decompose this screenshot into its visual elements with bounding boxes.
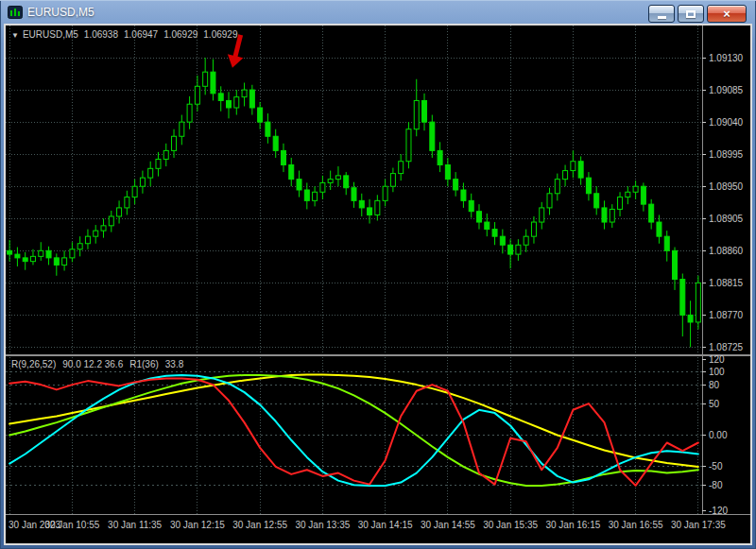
price-axis[interactable] xyxy=(702,26,750,515)
indicator-name-2: R1(36) xyxy=(129,359,159,369)
chart-area[interactable]: 1.091301.090851.090401.089951.089501.089… xyxy=(4,24,752,545)
mt4-chart-window: EURUSD,M5 × 1.091301.090851.090401.08995… xyxy=(0,0,756,549)
restore-icon xyxy=(686,10,696,18)
quote-high: 1.06947 xyxy=(124,29,158,40)
pane-resize-divider[interactable] xyxy=(6,352,750,359)
close-button[interactable]: × xyxy=(707,5,747,23)
indicator-value-2: 33.8 xyxy=(165,359,183,369)
quote-symbol: EURUSD,M5 xyxy=(23,29,78,40)
indicator-name: R(9,26,52) xyxy=(11,359,56,369)
title-bar[interactable]: EURUSD,M5 × xyxy=(0,0,756,24)
window-title: EURUSD,M5 xyxy=(27,6,94,19)
restore-button[interactable] xyxy=(678,5,704,23)
chart-window-icon xyxy=(8,6,23,19)
caption-buttons: × xyxy=(648,5,747,23)
minimize-icon xyxy=(658,16,666,19)
quote-open: 1.06938 xyxy=(84,29,118,40)
quote-low: 1.06929 xyxy=(163,29,198,40)
close-icon: × xyxy=(723,8,730,20)
quote-overlay: ▼EURUSD,M51.069381.069471.069291.06929 xyxy=(11,29,243,40)
time-axis[interactable] xyxy=(6,515,750,543)
quote-close: 1.06929 xyxy=(203,29,237,40)
price-chart-canvas[interactable]: 1.091301.090851.090401.089951.089501.089… xyxy=(6,26,750,543)
indicator-label: R(9,26,52)90.0 12.2 36.6R1(36)33.8 xyxy=(11,359,190,369)
collapse-triangle-icon[interactable]: ▼ xyxy=(11,31,19,40)
indicator-values: 90.0 12.2 36.6 xyxy=(62,359,123,369)
minimize-button[interactable] xyxy=(648,5,675,23)
